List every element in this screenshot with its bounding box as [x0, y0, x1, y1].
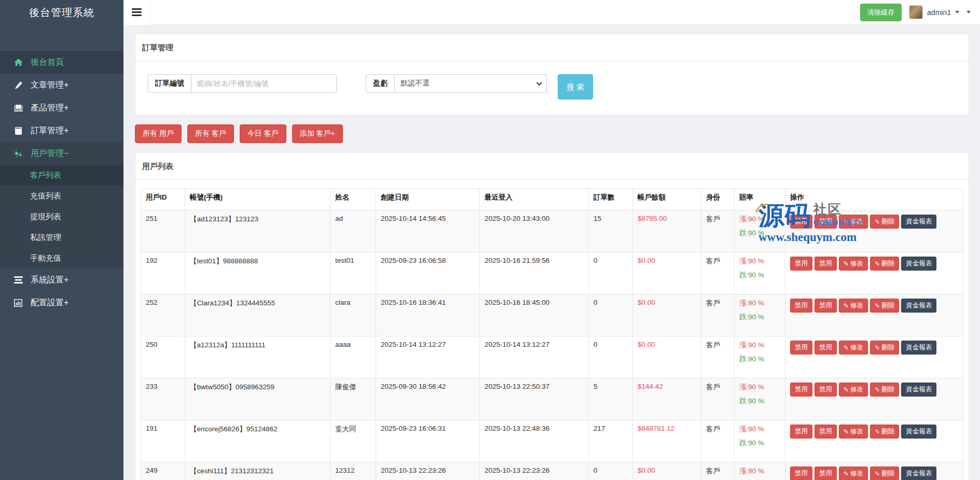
ban-button-2[interactable]: 禁用 — [815, 341, 837, 355]
ban-button-2[interactable]: 禁用 — [815, 299, 837, 313]
funds-report-button[interactable]: 資金報表 — [901, 341, 936, 355]
profit-select[interactable]: 默認不選 — [395, 74, 547, 93]
cell-name: 陳俊傑 — [330, 378, 376, 420]
submenu-item-manual-recharge[interactable]: 手動充值 — [0, 248, 123, 269]
pencil-icon: ✎ — [844, 471, 849, 477]
ban-button[interactable]: 禁用 — [790, 467, 812, 480]
sidebar-item-config-settings[interactable]: 配置設置+ — [0, 291, 123, 314]
funds-report-button[interactable]: 資金報表 — [901, 299, 936, 313]
ban-button-2[interactable]: 禁用 — [815, 467, 837, 480]
sidebar-item-label: 系統設置+ — [31, 275, 68, 286]
submenu-item-recharge-list[interactable]: 充值列表 — [0, 186, 123, 206]
table-row: 192 【test01】988888888 test01 2025-09-23 … — [141, 252, 963, 294]
ban-button-2[interactable]: 禁用 — [815, 257, 837, 271]
cell-odds: 漲:90 % 跌:90 % — [735, 252, 785, 294]
caret-down-icon[interactable] — [967, 11, 971, 13]
cell-actions: 禁用 禁用 ✎修改 ✎刪除 資金報表 — [785, 210, 963, 252]
delete-button[interactable]: ✎刪除 — [870, 341, 899, 355]
chevron-down-icon — [536, 80, 542, 86]
odds-up: 漲:90 % — [739, 383, 780, 392]
edit-button[interactable]: ✎修改 — [839, 425, 868, 439]
pencil-icon: ✎ — [844, 261, 849, 267]
cell-role: 客戶 — [701, 462, 735, 480]
edit-button[interactable]: ✎修改 — [839, 257, 868, 271]
sidebar-item-products[interactable]: 產品管理+ — [0, 96, 123, 119]
cell-user-id: 233 — [141, 378, 185, 420]
funds-report-button[interactable]: 資金報表 — [901, 383, 936, 397]
edit-button[interactable]: ✎修改 — [839, 299, 868, 313]
hamburger-icon — [132, 8, 142, 10]
laptop-icon — [13, 104, 23, 112]
sidebar-item-label: 用戶管理− — [31, 148, 68, 159]
pencil-icon: ✎ — [844, 303, 849, 309]
add-customer-button[interactable]: 添加 客戶+ — [292, 124, 343, 143]
cell-account: 【Clara1234】1324445555 — [185, 294, 330, 336]
edit-button[interactable]: ✎修改 — [839, 467, 868, 480]
edit-button[interactable]: ✎修改 — [839, 383, 868, 397]
col-balance: 帳戶餘額 — [633, 189, 701, 210]
cell-last-login: 2025-10-16 18:45:00 — [480, 294, 589, 336]
ban-button[interactable]: 禁用 — [790, 341, 812, 355]
cell-account: 【test01】988888888 — [185, 252, 330, 294]
cell-odds: 漲:90 % 跌:90 % — [735, 462, 785, 480]
cell-role: 客戶 — [701, 378, 735, 420]
odds-up: 漲:90 % — [739, 341, 780, 350]
edit-button[interactable]: ✎修改 — [839, 341, 868, 355]
table-row: 250 【a12312a】1111111111 aaaa 2025-10-14 … — [141, 336, 963, 378]
cell-actions: 禁用 禁用 ✎修改 ✎刪除 資金報表 — [785, 294, 963, 336]
pencil-icon: ✎ — [875, 387, 880, 393]
edit-button[interactable]: ✎修改 — [839, 215, 868, 229]
sidebar-item-articles[interactable]: 文章管理+ — [0, 74, 123, 96]
clear-cache-button[interactable]: 清除緩存 — [860, 4, 902, 21]
funds-report-button[interactable]: 資金報表 — [901, 215, 936, 229]
sidebar-item-user-management[interactable]: 用戶管理− — [0, 142, 123, 165]
delete-button[interactable]: ✎刪除 — [870, 425, 899, 439]
profit-select-value: 默認不選 — [401, 79, 430, 88]
cell-balance: $144.42 — [633, 378, 701, 420]
cell-balance: $0.00 — [633, 336, 701, 378]
pencil-icon: ✎ — [844, 345, 849, 351]
ban-button[interactable]: 禁用 — [790, 383, 812, 397]
ban-button-2[interactable]: 禁用 — [815, 425, 837, 439]
pencil-icon: ✎ — [875, 219, 880, 225]
submenu-item-withdraw-list[interactable]: 提現列表 — [0, 206, 123, 227]
order-no-input[interactable] — [191, 74, 337, 93]
funds-report-button[interactable]: 資金報表 — [901, 425, 936, 439]
search-button[interactable]: 搜 索 — [558, 74, 593, 100]
ban-button-2[interactable]: 禁用 — [815, 215, 837, 229]
all-users-button[interactable]: 所有 用戶 — [135, 124, 182, 143]
odds-up: 漲:90 % — [739, 215, 780, 224]
panel-title: 用戶列表 — [135, 153, 969, 179]
all-customers-button[interactable]: 所有 客戶 — [187, 124, 234, 143]
col-actions: 操作 — [785, 189, 963, 210]
sidebar-item-orders[interactable]: 訂單管理+ — [0, 119, 123, 142]
cell-created: 2025-10-14 13:12:27 — [376, 336, 480, 378]
cell-last-login: 2025-10-16 21:59:56 — [480, 252, 589, 294]
table-row: 233 【bwtw5050】0958963259 陳俊傑 2025-09-30 … — [141, 378, 963, 420]
submenu-item-customer-list[interactable]: 客戶列表 — [0, 165, 123, 186]
topbar: 清除緩存 admin1 — [123, 0, 980, 25]
ban-button[interactable]: 禁用 — [790, 257, 812, 271]
delete-button[interactable]: ✎刪除 — [870, 299, 899, 313]
cell-orders: 0 — [589, 462, 633, 480]
odds-up: 漲:90 % — [739, 257, 780, 266]
user-menu[interactable]: admin1 — [909, 5, 959, 19]
ban-button[interactable]: 禁用 — [790, 215, 812, 229]
submenu-item-private-message[interactable]: 私訊管理 — [0, 227, 123, 248]
sidebar-item-system-settings[interactable]: 系統設置+ — [0, 269, 123, 291]
content: 訂單管理 訂單編號 盈虧 默認不選 搜 索 所有 用戶 所 — [123, 25, 980, 480]
delete-button[interactable]: ✎刪除 — [870, 257, 899, 271]
ban-button-2[interactable]: 禁用 — [815, 383, 837, 397]
delete-button[interactable]: ✎刪除 — [870, 383, 899, 397]
sidebar-item-home[interactable]: 後台首頁 — [0, 51, 123, 74]
delete-button[interactable]: ✎刪除 — [870, 215, 899, 229]
funds-report-button[interactable]: 資金報表 — [901, 257, 936, 271]
funds-report-button[interactable]: 資金報表 — [901, 467, 936, 480]
today-customers-button[interactable]: 今日 客戶 — [240, 124, 286, 143]
profit-group: 盈虧 默認不選 — [366, 74, 547, 93]
cell-created: 2025-09-23 16:06:58 — [376, 252, 480, 294]
delete-button[interactable]: ✎刪除 — [870, 467, 899, 480]
sidebar-toggle-button[interactable] — [123, 0, 150, 25]
ban-button[interactable]: 禁用 — [790, 299, 812, 313]
ban-button[interactable]: 禁用 — [790, 425, 812, 439]
